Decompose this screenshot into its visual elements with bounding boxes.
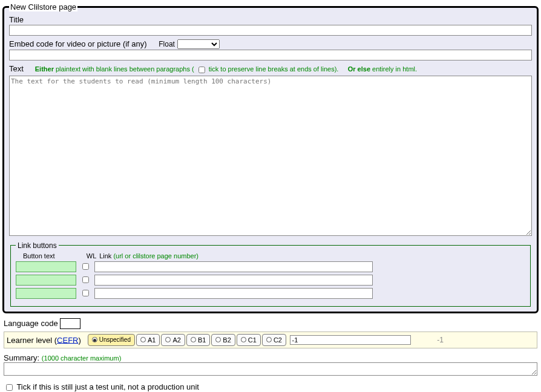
link-row <box>16 261 525 272</box>
button-text-input[interactable] <box>16 288 76 299</box>
link-row <box>16 275 525 286</box>
test-unit-checkbox[interactable] <box>6 384 13 391</box>
cefr-row: Learner level (CEFR) UnspecifiedA1A2B1B2… <box>4 332 537 348</box>
embed-input[interactable] <box>9 50 532 60</box>
cefr-level-label: B1 <box>198 335 206 345</box>
test-unit-label: Tick if this is still just a test unit, … <box>16 382 199 391</box>
cefr-link[interactable]: CEFR <box>57 335 78 344</box>
col-button-text: Button text <box>23 252 84 260</box>
link-url-input[interactable] <box>94 275 373 286</box>
link-rows-container <box>16 261 525 299</box>
main-text-textarea[interactable] <box>9 76 532 236</box>
new-clilstore-fieldset: New Clilstore page Title Embed code for … <box>2 2 539 313</box>
cefr-level-label: C2 <box>274 335 282 345</box>
summary-hint: (1000 character maximum) <box>42 354 121 362</box>
text-row: Text Either plaintext with blank lines b… <box>9 64 532 238</box>
float-label: Float <box>159 40 175 48</box>
float-select[interactable] <box>177 39 220 49</box>
cefr-level-a1[interactable]: A1 <box>136 334 160 346</box>
cefr-numeric-echo: -1 <box>437 336 444 344</box>
title-row: Title <box>9 15 532 36</box>
cefr-numeric-input[interactable] <box>290 335 411 345</box>
col-link-hint: (url or clilstore page number) <box>113 252 198 260</box>
radio-icon <box>266 337 272 342</box>
lang-code-label: Language code <box>4 319 58 328</box>
link-buttons-fieldset: Link buttons Button text WL Link (url or… <box>10 241 531 307</box>
cefr-level-label: A1 <box>148 335 156 345</box>
cefr-level-b1[interactable]: B1 <box>186 334 210 346</box>
embed-row: Embed code for video or picture (if any)… <box>9 39 532 60</box>
text-label: Text <box>9 64 24 73</box>
embed-label: Embed code for video or picture (if any) <box>9 39 147 48</box>
hint-html: entirely in html. <box>370 65 417 73</box>
wl-checkbox[interactable] <box>82 290 89 296</box>
cefr-level-c1[interactable]: C1 <box>237 334 261 346</box>
link-url-input[interactable] <box>94 288 373 299</box>
cefr-label-post: ) <box>79 335 81 344</box>
lang-code-input[interactable] <box>60 318 80 329</box>
hint-plain: plaintext with blank lines between parag… <box>54 65 196 73</box>
button-text-input[interactable] <box>16 261 76 272</box>
lang-code-row: Language code <box>4 318 537 329</box>
button-text-input[interactable] <box>16 275 76 286</box>
cefr-level-label: C1 <box>248 335 257 345</box>
cefr-level-b2[interactable]: B2 <box>211 334 235 346</box>
radio-icon <box>92 337 97 342</box>
text-hint: Either plaintext with blank lines betwee… <box>25 65 417 73</box>
radio-icon <box>140 337 146 342</box>
cefr-label-pre: Learner level ( <box>7 335 57 344</box>
summary-row: Summary: (1000 character maximum) <box>4 353 537 377</box>
link-url-input[interactable] <box>94 261 373 272</box>
fieldset-legend: New Clilstore page <box>9 2 77 11</box>
col-link: Link (url or clilstore page number) <box>99 252 198 260</box>
test-unit-row: Tick if this is still just a test unit, … <box>4 382 537 392</box>
cefr-level-label: Unspecified <box>99 335 131 345</box>
preserve-linebreaks-checkbox[interactable] <box>198 67 205 73</box>
wl-checkbox[interactable] <box>82 276 89 283</box>
link-row <box>16 288 525 299</box>
title-input[interactable] <box>9 25 532 36</box>
cefr-level-unspecified[interactable]: Unspecified <box>88 334 135 346</box>
hint-either: Either <box>35 65 54 73</box>
wl-checkbox[interactable] <box>82 263 89 270</box>
cefr-level-label: A2 <box>172 335 180 345</box>
col-link-label: Link <box>99 252 111 260</box>
hint-tick: tick to preserve line breaks at ends of … <box>207 65 339 73</box>
radio-icon <box>215 337 221 342</box>
cefr-level-a2[interactable]: A2 <box>161 334 185 346</box>
below-section: Language code Learner level (CEFR) Unspe… <box>2 318 539 392</box>
title-label: Title <box>9 15 24 24</box>
link-buttons-legend: Link buttons <box>16 241 59 250</box>
radio-icon <box>191 337 196 342</box>
radio-icon <box>165 337 171 342</box>
link-headers: Button text WL Link (url or clilstore pa… <box>16 252 525 260</box>
hint-orelse: Or else <box>348 65 370 73</box>
summary-textarea[interactable] <box>4 362 537 376</box>
cefr-level-c2[interactable]: C2 <box>262 334 286 346</box>
summary-label: Summary: <box>4 353 39 362</box>
col-wl: WL <box>85 252 97 260</box>
cefr-level-label: B2 <box>223 335 231 345</box>
radio-icon <box>241 337 246 342</box>
cefr-levels: UnspecifiedA1A2B1B2C1C2 <box>88 335 287 344</box>
